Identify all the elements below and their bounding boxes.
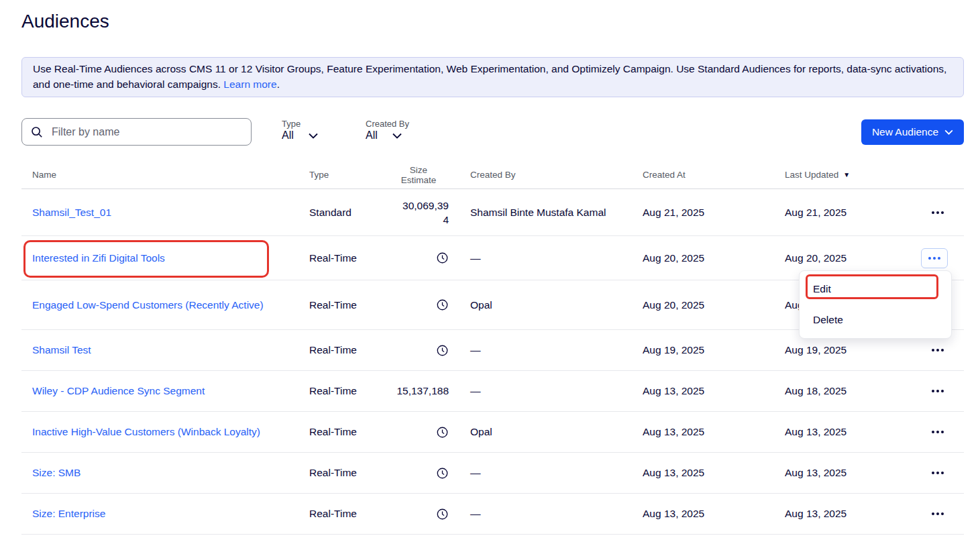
audience-type: Real-Time xyxy=(309,467,392,479)
table-header-row: Name Type Size Estimate Created By Creat… xyxy=(21,161,964,189)
audience-type: Standard xyxy=(309,207,392,219)
audiences-table: Name Type Size Estimate Created By Creat… xyxy=(21,161,964,535)
sort-descending-icon: ▼ xyxy=(843,171,850,178)
learn-more-link[interactable]: Learn more xyxy=(223,78,276,90)
audience-type: Real-Time xyxy=(309,426,392,438)
row-actions-menu-button[interactable] xyxy=(928,425,948,439)
created-at-value: Aug 13, 2025 xyxy=(643,426,785,438)
column-header-size-estimate[interactable]: Size Estimate xyxy=(392,165,449,185)
column-header-last-updated-label: Last Updated xyxy=(785,170,838,180)
last-updated-value: Aug 19, 2025 xyxy=(785,344,899,356)
last-updated-value: Aug 20, 2025 xyxy=(785,252,899,264)
type-filter-value: All xyxy=(282,129,294,142)
column-header-created-by[interactable]: Created By xyxy=(449,170,643,180)
info-banner: Use Real-Time Audiences across CMS 11 or… xyxy=(21,57,964,97)
last-updated-value: Aug 18, 2025 xyxy=(785,385,899,397)
audience-type: Real-Time xyxy=(309,252,392,264)
search-field xyxy=(21,118,252,146)
created-by-value: — xyxy=(449,252,643,264)
column-header-last-updated[interactable]: Last Updated ▼ xyxy=(785,170,899,180)
type-filter[interactable]: Type All xyxy=(282,119,318,142)
created-by-value: Opal xyxy=(449,299,643,311)
audience-name-link[interactable]: Wiley - CDP Audience Sync Segment xyxy=(32,384,205,398)
created-at-value: Aug 20, 2025 xyxy=(643,252,785,264)
created-by-value: — xyxy=(449,508,643,520)
search-input[interactable] xyxy=(21,118,252,146)
chevron-down-icon xyxy=(309,133,318,139)
last-updated-value: Aug 21, 2025 xyxy=(785,207,899,219)
menu-item-delete[interactable]: Delete xyxy=(800,305,951,335)
created-by-value: — xyxy=(449,344,643,356)
audience-type: Real-Time xyxy=(309,299,392,311)
audience-name-link[interactable]: Engaged Low-Spend Customers (Recently Ac… xyxy=(32,298,264,313)
created-by-filter-label: Created By xyxy=(366,119,409,129)
info-banner-text: Use Real-Time Audiences across CMS 11 or… xyxy=(33,63,946,90)
type-filter-label: Type xyxy=(282,119,318,129)
page-title: Audiences xyxy=(21,11,109,32)
search-icon xyxy=(30,125,44,139)
table-row: Inactive High-Value Customers (Winback L… xyxy=(21,412,964,453)
created-by-value: — xyxy=(449,467,643,479)
table-row: Size: SMB Real-Time — Aug 13, 2025 Aug 1… xyxy=(21,453,964,494)
audience-type: Real-Time xyxy=(309,344,392,356)
row-actions-context-menu: Edit Delete xyxy=(799,270,952,339)
clock-icon xyxy=(436,298,449,311)
menu-item-edit[interactable]: Edit xyxy=(800,274,951,305)
clock-icon xyxy=(436,467,449,480)
created-at-value: Aug 19, 2025 xyxy=(643,344,785,356)
audience-name-link[interactable]: Interested in Zifi Digital Tools xyxy=(32,251,165,266)
row-actions-menu-button[interactable] xyxy=(928,343,948,357)
row-actions-menu-button[interactable] xyxy=(921,248,948,268)
audience-name-link[interactable]: Inactive High-Value Customers (Winback L… xyxy=(32,425,260,439)
chevron-down-icon xyxy=(392,133,402,139)
clock-icon xyxy=(436,252,449,264)
created-by-value: Shamsil Binte Mustafa Kamal xyxy=(449,207,643,219)
audience-type: Real-Time xyxy=(309,508,392,520)
audience-name-link[interactable]: Shamsil Test xyxy=(32,343,91,358)
last-updated-value: Aug 13, 2025 xyxy=(785,467,899,479)
clock-icon xyxy=(436,426,449,439)
new-audience-button-label: New Audience xyxy=(872,126,938,138)
audience-name-link[interactable]: Shamsil_Test_01 xyxy=(32,205,111,220)
created-at-value: Aug 13, 2025 xyxy=(643,508,785,520)
row-actions-menu-button[interactable] xyxy=(928,206,948,219)
new-audience-button[interactable]: New Audience xyxy=(861,119,964,145)
audience-name-link[interactable]: Size: Enterprise xyxy=(32,506,105,521)
created-by-value: Opal xyxy=(449,426,643,438)
created-by-filter[interactable]: Created By All xyxy=(366,119,409,142)
column-header-name[interactable]: Name xyxy=(21,170,309,180)
created-at-value: Aug 20, 2025 xyxy=(643,299,785,311)
created-at-value: Aug 13, 2025 xyxy=(643,467,785,479)
clock-icon xyxy=(436,344,449,357)
row-actions-menu-button[interactable] xyxy=(928,384,948,398)
audience-name-link[interactable]: Size: SMB xyxy=(32,466,80,480)
created-by-filter-value: All xyxy=(366,129,378,142)
info-banner-period: . xyxy=(277,78,280,90)
size-estimate-value: 15,137,188 xyxy=(396,385,449,397)
row-actions-menu-button[interactable] xyxy=(928,507,948,521)
column-header-created-at[interactable]: Created At xyxy=(643,170,785,180)
table-row: Wiley - CDP Audience Sync Segment Real-T… xyxy=(21,371,964,412)
created-by-value: — xyxy=(449,385,643,397)
created-at-value: Aug 21, 2025 xyxy=(643,207,785,219)
row-actions-menu-button[interactable] xyxy=(928,466,948,480)
filter-bar: Type All Created By All New Audience xyxy=(21,118,964,148)
audience-type: Real-Time xyxy=(309,385,392,397)
table-row: Shamsil_Test_01 Standard 30,069,394 Sham… xyxy=(21,189,964,236)
last-updated-value: Aug 13, 2025 xyxy=(785,508,899,520)
clock-icon xyxy=(436,508,449,521)
last-updated-value: Aug 13, 2025 xyxy=(785,426,899,438)
audiences-page: Audiences Use Real-Time Audiences across… xyxy=(0,0,980,544)
created-at-value: Aug 13, 2025 xyxy=(643,385,785,397)
table-row: Size: Enterprise Real-Time — Aug 13, 202… xyxy=(21,494,964,535)
column-header-type[interactable]: Type xyxy=(309,170,392,180)
chevron-down-icon xyxy=(944,129,953,135)
size-estimate-value: 30,069,394 xyxy=(400,199,449,227)
